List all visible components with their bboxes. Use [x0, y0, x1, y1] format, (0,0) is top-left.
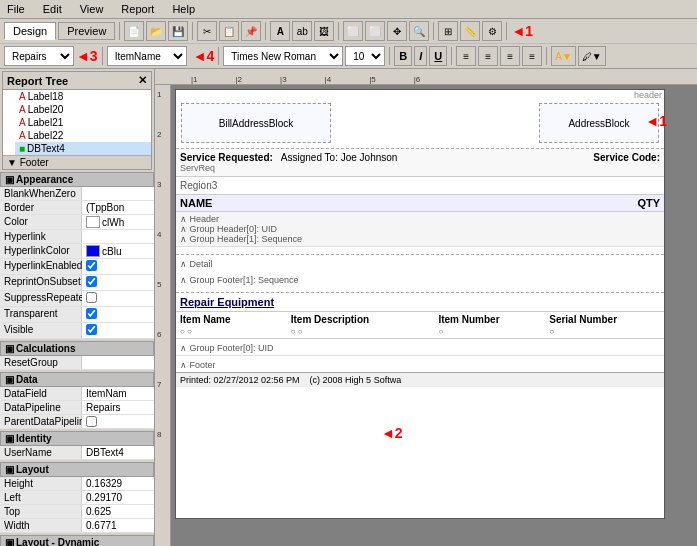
- menu-edit[interactable]: Edit: [40, 2, 65, 16]
- align-left-button[interactable]: ⬜: [343, 21, 363, 41]
- canvas-area[interactable]: |1 |2 |3 |4 |5 |6 1 2 3 4 5 6 7 8 header: [155, 69, 697, 546]
- design-surface[interactable]: header BillAddressBlock AddressBlock Ser…: [171, 85, 697, 546]
- item-description-col: Item Description: [291, 314, 439, 325]
- data-header[interactable]: ▣Data: [0, 372, 154, 387]
- tree-footer: ▼ Footer: [3, 155, 151, 169]
- sep6: [506, 22, 507, 40]
- sep1: [119, 22, 120, 40]
- bill-address-block[interactable]: BillAddressBlock: [181, 103, 331, 143]
- font-size-dropdown[interactable]: 10: [345, 46, 385, 66]
- italic-button[interactable]: I: [414, 46, 427, 66]
- layout-header[interactable]: ▣Layout: [0, 462, 154, 477]
- bold-button[interactable]: B: [394, 46, 412, 66]
- cut-button[interactable]: ✂: [197, 21, 217, 41]
- separator-line: [176, 247, 664, 255]
- appearance-header[interactable]: ▣Appearance: [0, 172, 154, 187]
- band-label-header: header: [634, 90, 662, 100]
- sep10: [451, 47, 452, 65]
- layout-dynamic-header[interactable]: ▣Layout - Dynamic: [0, 535, 154, 546]
- main-area: Report Tree ✕ A Label18 A Label20 A Labe…: [0, 69, 697, 546]
- underline-button[interactable]: U: [429, 46, 447, 66]
- prop-reprint-on-subset: ReprintOnSubset: [0, 275, 154, 291]
- tree-label20-text: Label20: [28, 104, 64, 115]
- align-left-text[interactable]: ≡: [456, 46, 476, 66]
- address-blocks-row: BillAddressBlock AddressBlock: [180, 102, 660, 144]
- prop-reset-group: ResetGroup: [0, 356, 154, 370]
- section-appearance: ▣Appearance BlankWhenZero Border (TppBon…: [0, 172, 154, 339]
- menu-report[interactable]: Report: [118, 2, 157, 16]
- prop-data-field: DataField ItemNam: [0, 387, 154, 401]
- hyperlink-enabled-checkbox[interactable]: [86, 260, 97, 271]
- image-tool[interactable]: 🖼: [314, 21, 334, 41]
- ruler-vertical: 1 2 3 4 5 6 7 8: [155, 85, 171, 546]
- save-button[interactable]: 💾: [168, 21, 188, 41]
- prop-visible: Visible: [0, 323, 154, 339]
- annotation-arrow2: ◄2: [381, 425, 403, 441]
- group-footer0-text: Group Footer[0]: UID: [190, 343, 274, 353]
- move-button[interactable]: ✥: [387, 21, 407, 41]
- menu-help[interactable]: Help: [169, 2, 198, 16]
- group-header0-text: ∧ Group Header[0]: UID: [180, 224, 660, 234]
- align-justify-text[interactable]: ≡: [522, 46, 542, 66]
- highlight-button[interactable]: 🖊▼: [578, 46, 606, 66]
- name-col-header: NAME: [180, 197, 500, 209]
- tree-item-label20[interactable]: A Label20: [15, 103, 151, 116]
- align-right-button[interactable]: ⬜: [365, 21, 385, 41]
- tab-preview[interactable]: Preview: [58, 22, 115, 40]
- tab-design[interactable]: Design: [4, 22, 56, 40]
- transparent-checkbox[interactable]: [86, 308, 97, 319]
- tree-item-dbtext4[interactable]: ■ DBText4: [15, 142, 151, 155]
- parent-pipeline-checkbox[interactable]: [86, 416, 97, 427]
- suppress-checkbox[interactable]: [86, 292, 97, 303]
- item-name-col: Item Name: [180, 314, 291, 325]
- tree-item-label21[interactable]: A Label21: [15, 116, 151, 129]
- menu-file[interactable]: File: [4, 2, 28, 16]
- tree-label21-text: Label21: [28, 117, 64, 128]
- reprint-checkbox[interactable]: [86, 276, 97, 287]
- section-calculations: ▣Calculations ResetGroup: [0, 341, 154, 370]
- properties-panel: ▣Appearance BlankWhenZero Border (TppBon…: [0, 172, 154, 546]
- group-footer1-label: ∧ Group Footer[1]: Sequence: [176, 271, 664, 287]
- report-tree-close[interactable]: ✕: [138, 74, 147, 87]
- identity-header[interactable]: ▣Identity: [0, 431, 154, 446]
- prop-color: Color clWh: [0, 215, 154, 230]
- new-button[interactable]: 📄: [124, 21, 144, 41]
- field-tool[interactable]: ab: [292, 21, 312, 41]
- ruler-button[interactable]: 📏: [460, 21, 480, 41]
- prop-username: UserName DBText4: [0, 446, 154, 460]
- region3-text: Region3: [180, 180, 660, 191]
- data-field-dropdown[interactable]: ItemName: [107, 46, 187, 66]
- data-pipeline-dropdown[interactable]: Repairs: [4, 46, 74, 66]
- report-tree: Report Tree ✕ A Label18 A Label20 A Labe…: [2, 71, 152, 170]
- grid-button[interactable]: ⊞: [438, 21, 458, 41]
- left-panel: Report Tree ✕ A Label18 A Label20 A Labe…: [0, 69, 155, 546]
- sep3: [265, 22, 266, 40]
- toolbar-row2: Repairs ◄3 ItemName ◄4 Times New Roman 1…: [0, 43, 697, 68]
- tree-item-label22[interactable]: A Label22: [15, 129, 151, 142]
- align-right-text[interactable]: ≡: [500, 46, 520, 66]
- color-button[interactable]: A▼: [551, 46, 576, 66]
- service-code-label: Service Code:: [593, 152, 660, 163]
- align-center-text[interactable]: ≡: [478, 46, 498, 66]
- page-header-band: header BillAddressBlock AddressBlock: [176, 90, 664, 149]
- zoom-button[interactable]: 🔍: [409, 21, 429, 41]
- detail-band-label: ∧ Detail: [176, 255, 664, 271]
- font-name-dropdown[interactable]: Times New Roman: [223, 46, 343, 66]
- repair-equipment-section: Repair Equipment: [176, 293, 664, 312]
- prop-left: Left 0.29170: [0, 491, 154, 505]
- text-tool[interactable]: A: [270, 21, 290, 41]
- tree-item-label18[interactable]: A Label18: [15, 90, 151, 103]
- calculations-header[interactable]: ▣Calculations: [0, 341, 154, 356]
- hyperlink-color-swatch: [86, 245, 100, 257]
- address-block[interactable]: AddressBlock: [539, 103, 659, 143]
- paste-button[interactable]: 📌: [241, 21, 261, 41]
- settings-button[interactable]: ⚙: [482, 21, 502, 41]
- label-icon: A: [19, 91, 26, 102]
- prop-top: Top 0.625: [0, 505, 154, 519]
- copy-button[interactable]: 📋: [219, 21, 239, 41]
- repair-equipment-title: Repair Equipment: [180, 296, 660, 308]
- report-page: header BillAddressBlock AddressBlock Ser…: [175, 89, 665, 519]
- visible-checkbox[interactable]: [86, 324, 97, 335]
- open-button[interactable]: 📂: [146, 21, 166, 41]
- menu-view[interactable]: View: [77, 2, 107, 16]
